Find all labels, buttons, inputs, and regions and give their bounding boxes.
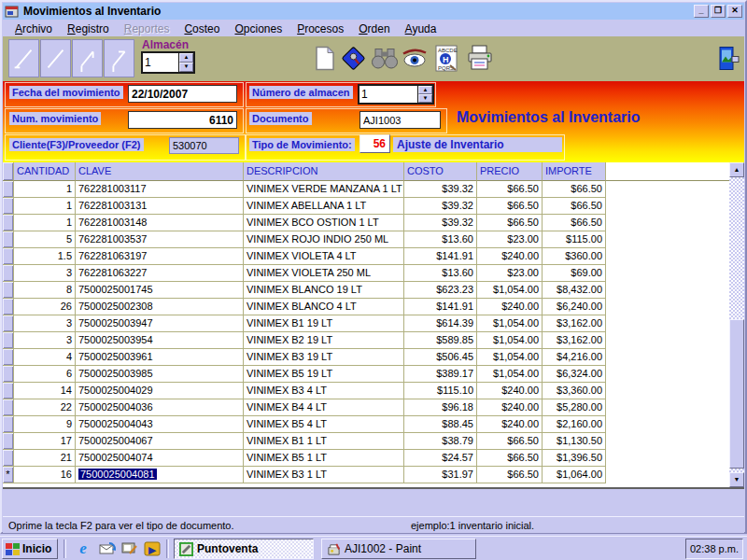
taskbar-clock[interactable]: 02:38 p.m. [685,539,743,559]
cell-clave[interactable]: 7500025004029 [76,383,244,399]
row-selector[interactable] [3,450,14,467]
cell-clave[interactable]: 7500025001745 [76,282,244,299]
cell-descripcion[interactable]: VINIMEX BLANCO 4 LT [244,299,404,315]
almacen-spin-down-icon[interactable]: ▼ [179,63,193,72]
table-row[interactable]: 21 7500025004074 VINIMEX B5 1 LT $24.57 … [3,450,744,467]
task-puntoventa[interactable]: Puntoventa [174,539,314,559]
row-selector[interactable] [3,366,14,383]
cell-clave[interactable]: 762281063227 [76,265,244,282]
close-button[interactable]: ✕ [727,5,742,18]
cell-costo[interactable]: $589.85 [404,332,477,349]
table-row[interactable]: 5 762281003537 VINIMEX ROJO INDIO 250 ML… [3,231,744,248]
cell-importe[interactable]: $8,432.00 [543,282,606,299]
cell-precio[interactable]: $240.00 [477,299,543,315]
cell-clave[interactable]: 762281003131 [76,198,244,215]
cell-descripcion[interactable]: VINIMEX B5 4 LT [244,416,404,433]
cell-costo[interactable]: $24.57 [404,450,477,467]
header-importe[interactable]: IMPORTE [543,162,606,181]
row-selector[interactable] [3,215,14,231]
row-selector[interactable] [3,282,14,299]
header-descripcion[interactable]: DESCRIPCION [244,162,404,181]
cell-costo[interactable]: $614.39 [404,315,477,332]
cell-precio[interactable]: $23.00 [477,265,543,282]
internet-explorer-icon[interactable]: e [73,539,93,558]
cell-precio[interactable]: $240.00 [477,383,543,399]
cell-costo[interactable]: $31.97 [404,467,477,483]
cell-clave[interactable]: 7500025003954 [76,332,244,349]
new-document-icon[interactable] [311,43,339,73]
header-cantidad[interactable]: CANTIDAD [14,162,76,181]
cell-precio[interactable]: $240.00 [477,416,543,433]
menu-item[interactable]: Ayuda [399,21,444,36]
cell-cantidad[interactable]: 14 [14,383,76,399]
cell-precio[interactable]: $23.00 [477,231,543,248]
num-almacen-spinner[interactable]: ▲ ▼ [358,84,434,105]
cell-cantidad[interactable]: 6 [14,366,76,383]
media-player-icon[interactable]: ▶ [142,539,162,558]
cell-descripcion[interactable]: VINIMEX BCO OSTION 1 LT [244,215,404,231]
cell-importe[interactable]: $3,162.00 [543,332,606,349]
cell-costo[interactable]: $39.32 [404,181,477,198]
cell-importe[interactable]: $66.50 [543,215,606,231]
menu-item[interactable]: Registro [61,21,116,36]
cell-cantidad[interactable]: 5 [14,231,76,248]
cell-importe[interactable]: $1,396.50 [543,450,606,467]
menu-item[interactable]: Archivo [8,21,59,36]
cell-clave[interactable]: 7500025002308 [76,299,244,315]
fonts-icon[interactable]: ABCDEHPQRS [432,43,460,73]
num-almacen-spin-down-icon[interactable]: ▼ [418,94,432,103]
nav-next-button[interactable] [72,39,103,77]
scrollbar-thumb[interactable] [729,319,744,469]
scroll-down-icon[interactable]: ▼ [729,472,744,487]
exit-icon[interactable] [715,43,743,73]
header-precio[interactable]: PRECIO [477,162,543,181]
cell-precio[interactable]: $1,054.00 [477,366,543,383]
cell-cantidad[interactable]: 3 [14,332,76,349]
cell-clave[interactable]: 762281003148 [76,215,244,231]
nav-last-button[interactable] [104,39,134,77]
titlebar[interactable]: Movimientos al Inventario _ ❐ ✕ [3,3,744,20]
nav-prev-button[interactable] [40,39,71,77]
cell-costo[interactable]: $389.17 [404,366,477,383]
almacen-spinner-input[interactable] [143,53,178,72]
cell-descripcion[interactable]: VINIMEX BLANCO 19 LT [244,282,404,299]
cell-cantidad[interactable]: 1.5 [14,248,76,265]
cell-precio[interactable]: $66.50 [477,215,543,231]
cell-importe[interactable]: $66.50 [543,181,606,198]
show-desktop-icon[interactable] [120,539,140,558]
cell-costo[interactable]: $141.91 [404,248,477,265]
cell-clave[interactable]: 7500025004036 [76,399,244,416]
row-selector[interactable] [3,198,14,215]
fecha-input[interactable] [128,85,237,103]
cell-clave[interactable]: 7500025004074 [76,450,244,467]
tipo-code-value[interactable]: 56 [359,134,390,153]
table-row[interactable]: 6 7500025003985 VINIMEX B5 19 LT $389.17… [3,366,744,383]
num-almacen-spin-up-icon[interactable]: ▲ [418,86,432,94]
cell-descripcion[interactable]: VINIMEX B5 1 LT [244,450,404,467]
table-row[interactable]: 1 762281003131 VINIMEX ABELLANA 1 LT $39… [3,198,744,215]
cell-costo[interactable]: $623.23 [404,282,477,299]
save-icon[interactable] [339,43,367,73]
cell-clave[interactable]: 762281003117 [76,181,244,198]
cell-costo[interactable]: $115.10 [404,383,477,399]
cell-costo[interactable]: $13.60 [404,231,477,248]
cell-cantidad[interactable]: 1 [14,181,76,198]
row-selector[interactable] [3,383,14,399]
print-icon[interactable] [466,43,494,73]
cell-importe[interactable]: $6,324.00 [543,366,606,383]
cell-cantidad[interactable]: 3 [14,265,76,282]
preview-eye-icon[interactable] [401,43,429,73]
row-selector[interactable]: * [3,467,14,483]
cell-cantidad[interactable]: 1 [14,215,76,231]
cell-clave[interactable]: 762281063197 [76,248,244,265]
cell-importe[interactable]: $360.00 [543,248,606,265]
table-row[interactable]: 1 762281003117 VINIMEX VERDE MANZANA 1 L… [3,181,744,198]
row-selector[interactable] [3,332,14,349]
search-binoculars-icon[interactable] [371,43,399,73]
table-row[interactable]: 9 7500025004043 VINIMEX B5 4 LT $88.45 $… [3,416,744,433]
cell-costo[interactable]: $39.32 [404,198,477,215]
cell-costo[interactable]: $141.91 [404,299,477,315]
menu-item[interactable]: Costeo [177,21,226,36]
cell-importe[interactable]: $5,280.00 [543,399,606,416]
table-row[interactable]: 3 7500025003954 VINIMEX B2 19 LT $589.85… [3,332,744,349]
